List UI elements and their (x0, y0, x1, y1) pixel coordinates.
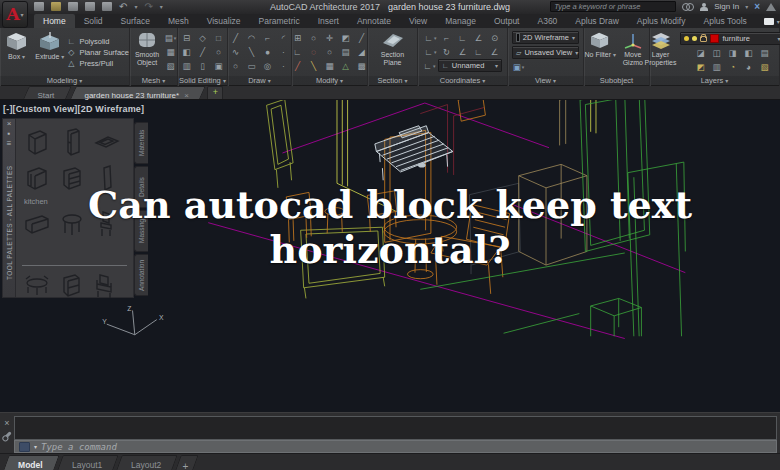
modify-tool-icon[interactable]: ○ (307, 32, 320, 44)
save-icon[interactable] (68, 2, 78, 11)
ucs-tool-icon[interactable]: ∟▾ (423, 60, 436, 72)
tab-view[interactable]: View (400, 14, 436, 28)
drawing-canvas[interactable]: Y Z X [-][Custom View][2D Wireframe] × ▪… (0, 100, 780, 412)
palette-block-cabinet-2[interactable] (54, 269, 88, 303)
box-button[interactable]: Box ▾ (0, 29, 33, 75)
draw-tool-icon[interactable]: ◠ (245, 32, 258, 44)
modify-tool-icon[interactable]: ╱ (291, 60, 304, 72)
autodesk-exchange-icon[interactable]: × (754, 2, 760, 12)
save-as-icon[interactable] (85, 2, 95, 11)
extrude-button[interactable]: Extrude ▾ (33, 29, 66, 75)
panel-label-subobject[interactable]: Subobject (584, 76, 649, 86)
mesh-tool-icon[interactable]: ▤▾ (164, 32, 177, 44)
qat-customize-caret-icon[interactable]: ▾ (160, 3, 163, 10)
ucs-tool-icon[interactable]: ∟ (456, 32, 469, 44)
palette-tab-materials[interactable]: Materials (134, 122, 148, 164)
panel-label-modeling[interactable]: Modeling ▾ (0, 76, 129, 86)
infocenter-search-input[interactable] (550, 1, 676, 12)
new-drawing-tab-button[interactable]: + (207, 86, 223, 99)
ucs-tool-icon[interactable]: ∟▾ (424, 32, 437, 44)
panel-label-mesh[interactable]: Mesh ▾ (130, 76, 177, 86)
file-tab-active-document[interactable]: garden house 23 furniture*× (70, 86, 206, 99)
ucs-name-dropdown[interactable]: ∟ Unnamed ▾ (438, 59, 502, 72)
sign-in-label[interactable]: Sign In (714, 2, 739, 11)
layer-tool-icon[interactable]: ▥ (710, 61, 723, 73)
modify-tool-icon[interactable]: ╱ (355, 32, 368, 44)
file-tab-start[interactable]: Start (23, 86, 72, 99)
tab-solid[interactable]: Solid (75, 14, 112, 28)
layer-tool-icon[interactable]: ▧ (758, 61, 771, 73)
draw-tool-icon[interactable]: · (277, 46, 290, 58)
palette-block-dining-set[interactable] (20, 269, 54, 303)
ucs-tool-icon[interactable]: ∠ (488, 46, 501, 58)
panel-label-draw[interactable]: Draw ▾ (228, 76, 291, 86)
command-input[interactable]: ▾ Type a command (14, 440, 777, 453)
ucs-tool-icon[interactable]: ↻ (440, 46, 453, 58)
viewport-controls-label[interactable]: [-][Custom View][2D Wireframe] (3, 104, 144, 114)
sign-in-caret-icon[interactable]: ▾ (745, 3, 748, 10)
modify-tool-icon[interactable]: ◌ (307, 46, 320, 58)
layer-tool-icon[interactable]: ◔ (726, 61, 739, 73)
tab-aplus-draw[interactable]: Aplus Draw (566, 14, 627, 28)
layer-tool-icon[interactable]: ◨ (726, 47, 739, 59)
palette-autohide-icon[interactable]: ▪ (8, 129, 11, 139)
palette-block-sink[interactable] (90, 125, 124, 159)
draw-tool-icon[interactable]: ◎ (261, 60, 274, 72)
palette-block-armchair[interactable] (88, 269, 122, 303)
press-pull-button[interactable]: △ Press/Pull (66, 59, 129, 68)
modify-tool-icon[interactable]: ✛ (323, 32, 336, 44)
layer-tool-icon[interactable]: ◧ (742, 47, 755, 59)
undo-icon[interactable]: ↶ (119, 2, 127, 11)
planar-surface-button[interactable]: ◇ Planar Surface (66, 48, 129, 57)
open-file-icon[interactable] (51, 2, 61, 11)
no-filter-button[interactable]: No Filter ▾ (584, 29, 617, 75)
layer-tool-icon[interactable]: ◫ (710, 47, 723, 59)
mesh-tool-icon[interactable]: ▧ (164, 60, 177, 72)
panel-label-coordinates[interactable]: Coordinates ▾ (418, 76, 507, 86)
application-menu-button[interactable]: A ▾ (2, 1, 28, 28)
named-view-dropdown[interactable]: ▱ Unsaved View ▾ (512, 46, 579, 59)
tab-surface[interactable]: Surface (112, 14, 159, 28)
redo-icon[interactable]: ↷ (144, 2, 152, 11)
smooth-object-button[interactable]: Smooth Object (130, 29, 164, 75)
solid-edit-tool-icon[interactable]: ◇ (196, 32, 209, 44)
ribbon-display-toggle[interactable]: ▾ (764, 18, 780, 28)
tab-home[interactable]: Home (34, 14, 75, 28)
command-customize-wrench-icon[interactable] (3, 431, 11, 439)
layer-tool-icon[interactable]: ▤ (758, 47, 771, 59)
modify-tool-icon[interactable]: ◩ (339, 32, 352, 44)
modify-tool-icon[interactable]: ▦ (323, 60, 336, 72)
solid-edit-tool-icon[interactable]: ◧ (180, 46, 193, 58)
tool-palette-titlebar[interactable]: × ▪ ≡ TOOL PALETTES - ALL PALETTES (2, 118, 16, 298)
command-recent-caret-icon[interactable]: ▾ (34, 443, 37, 450)
tab-visualize[interactable]: Visualize (198, 14, 250, 28)
palette-close-icon[interactable]: × (7, 119, 12, 129)
draw-tool-icon[interactable]: ∿ (229, 46, 242, 58)
tab-layout1[interactable]: Layout1 (57, 455, 119, 470)
draw-tool-icon[interactable]: ╲ (245, 46, 258, 58)
command-close-icon[interactable]: × (4, 419, 9, 427)
new-layout-button[interactable]: + (175, 455, 198, 470)
layer-tool-icon[interactable]: ◪ (694, 47, 707, 59)
palette-block-cabinet[interactable] (20, 125, 54, 159)
tab-aplus-modify[interactable]: Aplus Modify (628, 14, 695, 28)
layer-dropdown[interactable]: furniture ▾ (680, 32, 780, 45)
layer-tool-icon[interactable]: ◩ (694, 61, 707, 73)
tab-mesh[interactable]: Mesh (159, 14, 198, 28)
sign-in-person-icon[interactable] (700, 3, 708, 11)
modify-tool-icon[interactable]: ╲ (307, 60, 320, 72)
modify-tool-icon[interactable]: ○ (323, 46, 336, 58)
palette-block-tall-cabinet[interactable] (55, 125, 89, 159)
ucs-tool-icon[interactable]: ⊙ (488, 32, 501, 44)
mesh-tool-icon[interactable]: ▦ (164, 46, 177, 58)
modify-tool-icon[interactable]: ∟ (291, 46, 304, 58)
ucs-tool-icon[interactable]: ⌐ (440, 32, 453, 44)
viewport-tool-icon[interactable]: ▣▾ (512, 61, 525, 73)
modify-tool-icon[interactable]: △ (339, 60, 352, 72)
tab-a360[interactable]: A360 (528, 14, 566, 28)
search-binoculars-icon[interactable] (682, 3, 694, 10)
tab-aplus-tools[interactable]: Aplus Tools (694, 14, 755, 28)
tab-annotate[interactable]: Annotate (348, 14, 400, 28)
tab-model[interactable]: Model (3, 455, 59, 470)
tab-output[interactable]: Output (485, 14, 529, 28)
